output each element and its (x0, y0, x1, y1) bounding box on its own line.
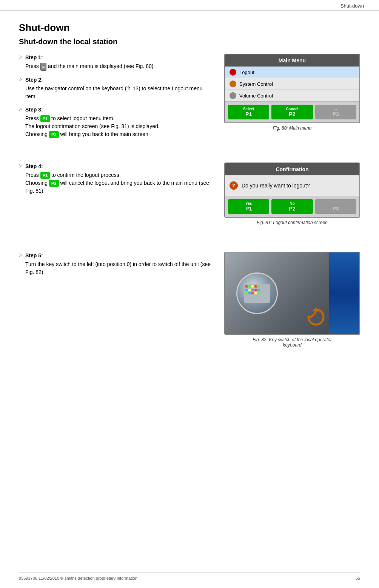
step-5-row: ▷ Step 5: Turn the key switch to the lef… (19, 252, 360, 348)
fig-81-p2-key: P2 (273, 206, 311, 212)
confirmation-message: Do you really want to logout? (242, 183, 310, 189)
fig-81-p2-label: No (273, 201, 311, 206)
page-footer: 95591706 11/02/2010 © smiths detection p… (19, 573, 360, 580)
step-1-content: Step 1: Press ≡ and the main menu is dis… (25, 54, 155, 71)
step-4-text-1: Press P1 to confirm the logout process. (25, 171, 213, 179)
fig-80-p2-key: P2 (273, 111, 311, 117)
main-content: Shut-down Shut-down the local station ▷ … (0, 11, 379, 374)
step-4-label: Step 4: (25, 162, 213, 170)
fig-81-p1-label: Yes (230, 201, 268, 206)
page-title: Shut-down (19, 22, 360, 34)
step-5: ▷ Step 5: Turn the key switch to the lef… (19, 252, 213, 276)
fig-81-p3-key: P3 (317, 206, 355, 212)
step-3-arrow: ▷ (19, 106, 22, 111)
fig-80-volume-control-item: Volume Control (225, 90, 359, 102)
step-3-text-1: Press P1 to select logout menu item. (25, 115, 160, 122)
step-2-content: Step 2: Use the navigator control on the… (25, 76, 213, 101)
step-3-label: Step 3: (25, 106, 160, 114)
volume-control-label: Volume Control (239, 93, 273, 99)
step-3-content: Step 3: Press P1 to select logout menu i… (25, 106, 160, 138)
p1-badge-step4: P1 (40, 172, 50, 179)
panel-dot (248, 292, 251, 294)
panel-row-3 (245, 292, 269, 294)
panel-row-2 (245, 289, 269, 291)
keyboard-panel (244, 284, 270, 303)
fig-82-photo (224, 252, 360, 335)
step-4-text-2: Choosing P2 will cancel the logout and b… (25, 179, 213, 195)
volume-control-icon (230, 92, 236, 99)
fig-81-p3-btn: -- P3 (315, 199, 356, 214)
page-header: Shut-down (0, 0, 379, 11)
p2-badge-step4: P2 (49, 180, 59, 187)
fig-80-p2-label: Cancel (273, 107, 311, 111)
step-4-arrow: ▷ (19, 163, 22, 168)
step-4-content: Step 4: Press P1 to confirm the logout p… (25, 162, 213, 195)
step-1-label: Step 1: (25, 54, 155, 62)
fig-80-title: Main Menu (225, 54, 359, 67)
step-5-text: Turn the key switch to the left (into po… (25, 260, 213, 276)
section-title: Shut-down the local station (19, 37, 360, 46)
figure-81-col: Confirmation ? Do you really want to log… (224, 162, 360, 225)
step-4: ▷ Step 4: Press P1 to confirm the logout… (19, 162, 213, 195)
panel-dot (248, 289, 251, 291)
panel-dot (257, 285, 260, 288)
figure-82-col: Fig. 82: Key switch of the local operato… (224, 252, 360, 348)
panel-dot (257, 289, 260, 291)
system-control-icon (230, 80, 236, 87)
step-2-arrow: ▷ (19, 76, 22, 82)
fig-81-p2-btn: No P2 (271, 199, 313, 214)
keyboard-circle (236, 272, 278, 314)
panel-dot (245, 289, 248, 291)
panel-dot (254, 289, 257, 291)
footer-left: 95591706 11/02/2010 © smiths detection p… (19, 576, 137, 580)
fig-80-p3-btn: -- P3 (315, 105, 356, 119)
panel-dot (251, 285, 254, 288)
fig-80-system-control-item: System Control (225, 78, 359, 90)
fig-81-p3-label: -- (317, 201, 355, 206)
p1-badge-step3: P1 (40, 115, 50, 122)
steps-1-3-row: ▷ Step 1: Press ≡ and the main menu is d… (19, 54, 360, 144)
step-5-content: Step 5: Turn the key switch to the left … (25, 252, 213, 276)
header-title: Shut-down (340, 3, 364, 9)
step-5-label: Step 5: (25, 252, 213, 260)
footer-page-number: 55 (356, 576, 360, 580)
panel-dot (257, 292, 260, 294)
refresh-icon (307, 308, 325, 326)
fig-81-body: ? Do you really want to logout? (225, 175, 359, 196)
panel-dot (248, 285, 251, 288)
step-1: ▷ Step 1: Press ≡ and the main menu is d… (19, 54, 213, 71)
step-1-text: Press ≡ and the main menu is displayed (… (25, 62, 155, 71)
panel-dot (254, 292, 257, 294)
fig-82-caption: Fig. 82: Key switch of the local operato… (224, 337, 360, 348)
panel-dot (245, 292, 248, 294)
fig-81-p1-key: P1 (230, 206, 268, 212)
fig-80-caption: Fig. 80: Main menu (224, 125, 360, 131)
fig-81-p1-btn: Yes P1 (228, 199, 269, 214)
step-5-arrow: ▷ (19, 252, 22, 257)
figure-80-col: Main Menu Logout System Control Volume C… (224, 54, 360, 131)
fig-81-title: Confirmation (225, 163, 359, 175)
step-3-text-3: Choosing P2 will bring you back to the m… (25, 130, 160, 138)
fig-80-btn-row: Select P1 Cancel P2 -- P3 (225, 102, 359, 122)
system-control-label: System Control (239, 81, 273, 87)
fig-80-screen: Main Menu Logout System Control Volume C… (224, 54, 360, 123)
step-5-text: ▷ Step 5: Turn the key switch to the lef… (19, 252, 224, 282)
step-4-text: ▷ Step 4: Press P1 to confirm the logout… (19, 162, 224, 200)
panel-dot (245, 285, 248, 288)
step-2-label: Step 2: (25, 76, 213, 84)
fig-81-screen: Confirmation ? Do you really want to log… (224, 162, 360, 218)
step-3-text-2: The logout confirmation screen (see Fig.… (25, 122, 160, 130)
fig-80-logout-item: Logout (225, 67, 359, 78)
fig-80-p1-btn: Select P1 (228, 105, 269, 119)
p2-badge-step3: P2 (49, 131, 59, 138)
panel-row-1 (245, 285, 269, 288)
fig-81-caption: Fig. 81: Logout confirmation screen (224, 220, 360, 225)
fig-80-p3-key: P3 (317, 111, 355, 117)
fig-80-p3-label: -- (317, 107, 355, 111)
panel-dot (251, 292, 254, 294)
logout-label: Logout (239, 70, 254, 75)
step-3: ▷ Step 3: Press P1 to select logout menu… (19, 106, 213, 138)
step-1-arrow: ▷ (19, 54, 22, 59)
fig-80-p1-key: P1 (230, 111, 268, 117)
fig-80-p2-btn: Cancel P2 (271, 105, 313, 119)
